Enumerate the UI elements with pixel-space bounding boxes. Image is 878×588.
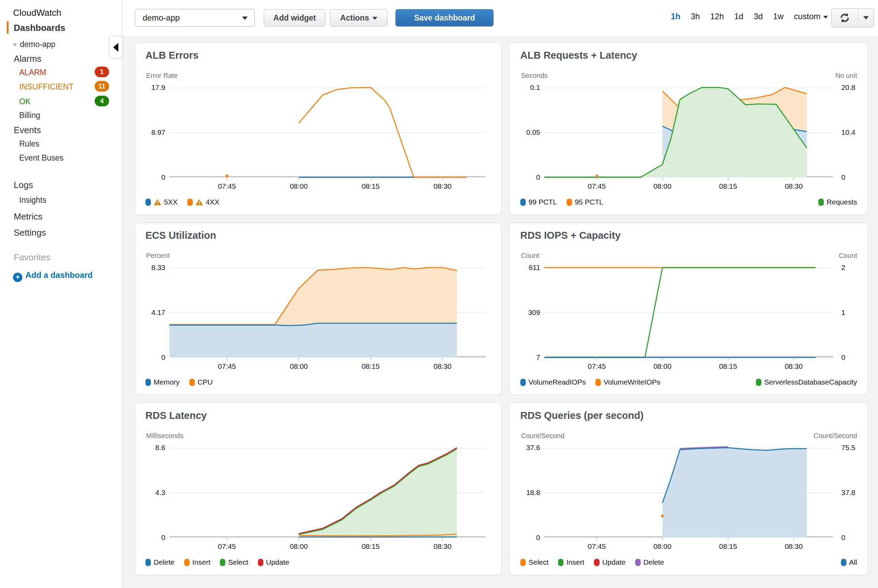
x-axis-tick-mark — [596, 177, 597, 180]
y-axis-tick-label: 37.8 — [841, 489, 856, 497]
legend-item-Select[interactable]: Select — [520, 558, 548, 566]
legend-label: 5XX — [164, 198, 178, 206]
refresh-options-button[interactable] — [858, 9, 874, 27]
widget-alb-errors[interactable]: ALB ErrorsError Rate17.98.97007:4508:000… — [135, 42, 502, 215]
legend-swatch — [145, 199, 151, 206]
chart-plot-area[interactable] — [169, 268, 485, 357]
sidebar-item-logs[interactable]: Logs — [14, 180, 33, 190]
legend-swatch — [258, 559, 264, 566]
range-12h[interactable]: 12h — [710, 12, 724, 21]
chart-svg — [544, 87, 833, 177]
sidebar-item-insufficient-state[interactable]: INSUFFICIENT — [19, 82, 73, 92]
sidebar-item-dashboards[interactable]: Dashboards — [14, 22, 65, 33]
sidebar-item-insights[interactable]: Insights — [19, 195, 46, 205]
legend-label: VolumeReadIOPs — [529, 378, 586, 386]
y-axis-tick-label: 75.5 — [841, 444, 856, 452]
sidebar-item-settings[interactable]: Settings — [14, 228, 46, 238]
x-axis-tick-label: 08:00 — [290, 362, 308, 370]
range-3d[interactable]: 3d — [754, 12, 763, 21]
legend-label: Update — [602, 558, 626, 566]
x-axis-tick-mark — [793, 357, 794, 360]
sidebar-item-ok-state[interactable]: OK — [19, 97, 30, 106]
range-1w[interactable]: 1w — [773, 12, 784, 21]
sidebar-item-demo-app[interactable]: demo-app — [20, 40, 55, 49]
chart-legend: MemoryCPU — [145, 378, 491, 386]
insufficient-count-badge: 11 — [94, 81, 109, 92]
range-1d[interactable]: 1d — [734, 12, 743, 21]
legend-item-Update[interactable]: Update — [258, 558, 289, 566]
chart-plot-area[interactable] — [169, 87, 485, 177]
widget-rds-latency[interactable]: RDS LatencyMilliseconds8.64.3007:4508:00… — [135, 403, 502, 575]
add-dashboard-link[interactable]: +Add a dashboard — [13, 270, 93, 282]
sidebar-item-metrics[interactable]: Metrics — [14, 212, 42, 222]
left-axis-ticks: 8.334.170 — [135, 268, 165, 357]
legend-label: All — [849, 558, 857, 566]
widget-ecs-utilization[interactable]: ECS UtilizationPercent8.334.17007:4508:0… — [135, 223, 502, 395]
legend-item-4XX[interactable]: 4XX — [187, 198, 220, 206]
legend-swatch — [520, 199, 526, 206]
chart-plot-area[interactable] — [544, 448, 833, 538]
x-axis-tick-mark — [227, 357, 228, 360]
save-dashboard-button[interactable]: Save dashboard — [396, 9, 493, 26]
legend-item-Update[interactable]: Update — [594, 558, 626, 566]
y-axis-tick-label: 4.17 — [151, 308, 165, 316]
legend-swatch — [187, 199, 193, 206]
legend-item-5XX[interactable]: 5XX — [145, 198, 178, 206]
legend-item-ServerlessDatabaseCapacity[interactable]: ServerlessDatabaseCapacity — [756, 378, 857, 386]
chart-svg — [169, 448, 485, 538]
x-axis-tick-label: 07:45 — [218, 182, 236, 190]
range-custom[interactable]: custom — [794, 12, 828, 21]
legend-item-95 PCTL[interactable]: 95 PCTL — [566, 198, 603, 206]
sidebar-item-alarms[interactable]: Alarms — [14, 54, 42, 64]
widget-rds-queries[interactable]: RDS Queries (per second)Count/SecondCoun… — [509, 403, 868, 575]
legend-label: 99 PCTL — [529, 198, 557, 206]
legend-item-Requests[interactable]: Requests — [818, 198, 857, 206]
legend-swatch — [635, 559, 641, 566]
add-widget-button[interactable]: Add widget — [264, 9, 325, 26]
sidebar-item-events[interactable]: Events — [14, 125, 41, 135]
x-axis-tick-mark — [370, 357, 371, 360]
y-axis-tick-label: 0 — [536, 534, 540, 542]
range-3h[interactable]: 3h — [691, 12, 700, 21]
refresh-button[interactable] — [832, 9, 858, 27]
legend-swatch — [818, 199, 824, 206]
chart-title: ALB Requests + Latency — [520, 50, 637, 61]
legend-item-Insert[interactable]: Insert — [184, 558, 211, 566]
left-axis-ticks: 0.10.050 — [510, 87, 540, 177]
x-axis-ticks: 07:4508:0008:1508:30 — [544, 360, 833, 372]
legend-item-Insert[interactable]: Insert — [558, 558, 584, 566]
legend-item-VolumeReadIOPs[interactable]: VolumeReadIOPs — [520, 378, 586, 386]
sidebar-collapse-button[interactable] — [109, 36, 123, 58]
x-axis-tick-mark — [370, 538, 371, 541]
widget-alb-requests-latency[interactable]: ALB Requests + LatencySecondsNo unit0.10… — [509, 42, 868, 215]
legend-label: VolumeWriteIOPs — [604, 378, 660, 386]
legend-item-99 PCTL[interactable]: 99 PCTL — [520, 198, 557, 206]
sidebar-item-alarm-state[interactable]: ALARM — [19, 68, 46, 77]
chart-plot-area[interactable] — [544, 268, 833, 357]
legend-item-VolumeWriteIOPs[interactable]: VolumeWriteIOPs — [595, 378, 660, 386]
chart-plot-area[interactable] — [544, 87, 833, 177]
right-axis-ticks: 75.537.80 — [837, 448, 868, 538]
dashboard-grid: ALB ErrorsError Rate17.98.97007:4508:000… — [123, 36, 878, 588]
sidebar-item-event-buses[interactable]: Event Buses — [19, 153, 63, 163]
sidebar-item-rules[interactable]: Rules — [19, 139, 39, 148]
legend-item-CPU[interactable]: CPU — [189, 378, 213, 386]
actions-button[interactable]: Actions — [330, 9, 388, 26]
y-axis-tick-label: 0 — [161, 534, 165, 542]
y-axis-tick-label: 611 — [529, 264, 540, 272]
legend-item-Delete[interactable]: Delete — [145, 558, 175, 566]
legend-item-Memory[interactable]: Memory — [145, 378, 180, 386]
legend-item-Delete[interactable]: Delete — [635, 558, 664, 566]
legend-item-Select[interactable]: Select — [220, 558, 248, 566]
dashboard-select[interactable]: demo-app — [135, 9, 255, 27]
chart-plot-area[interactable] — [169, 448, 485, 538]
x-axis-tick-mark — [442, 538, 443, 541]
legend-item-All[interactable]: All — [841, 558, 857, 566]
x-axis-tick-label: 08:00 — [290, 542, 308, 550]
range-1h[interactable]: 1h — [671, 12, 680, 21]
sidebar-item-billing[interactable]: Billing — [19, 111, 40, 120]
x-axis-tick-mark — [227, 538, 228, 541]
series-area-Memory — [169, 323, 457, 357]
widget-rds-iops-capacity[interactable]: RDS IOPS + CapacityCountCount61130972100… — [509, 223, 868, 395]
x-axis-tick-label: 08:00 — [653, 542, 671, 550]
